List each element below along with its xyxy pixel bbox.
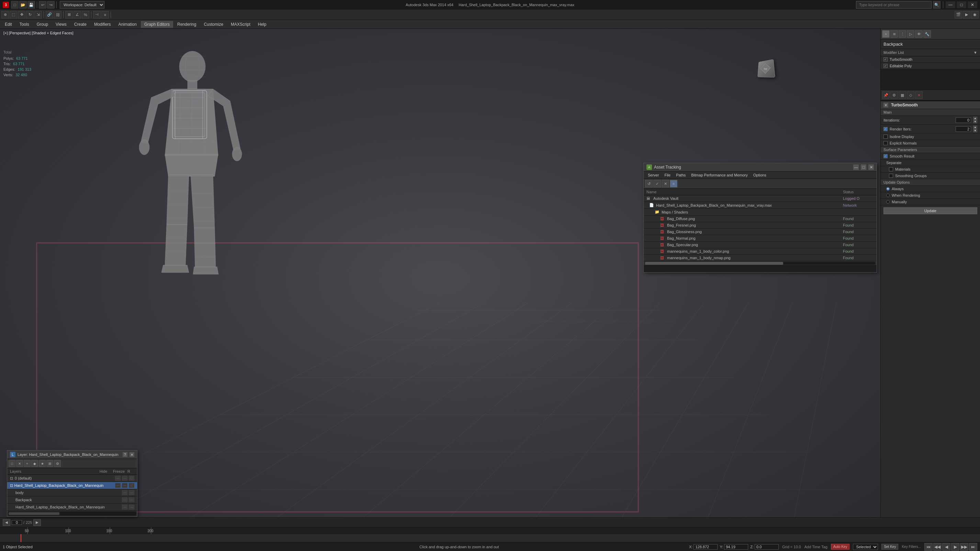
turbosm-header[interactable]: ▼ TurboSmooth	[881, 101, 980, 109]
riters-up-btn[interactable]: ▲	[973, 125, 977, 129]
key-mode-select[interactable]: Selected	[853, 544, 878, 550]
asset-close-btn[interactable]: ✕	[869, 164, 874, 170]
menu-animation[interactable]: Animation	[115, 21, 140, 28]
close-btn[interactable]: ✕	[967, 2, 977, 8]
menu-customize[interactable]: Customize	[200, 21, 227, 28]
percent-snap-btn[interactable]: %	[82, 11, 89, 19]
menu-tools[interactable]: Tools	[16, 21, 33, 28]
asset-row-diffuse[interactable]: 🖼 Bag_Diffuse.png Found	[644, 216, 877, 222]
asset-row-glossiness[interactable]: 🖼 Bag_Glossiness.png Found	[644, 229, 877, 235]
menu-group[interactable]: Group	[33, 21, 51, 28]
autokey-btn[interactable]: Auto Key	[831, 544, 850, 549]
update-button[interactable]: Update	[883, 207, 977, 214]
render-iters-check[interactable]: ✓	[883, 127, 888, 131]
smooth-result-check[interactable]: ✓	[883, 154, 888, 158]
layer-freeze-mannequin[interactable]: —	[129, 505, 134, 510]
render-setup-btn[interactable]: 🎬	[955, 11, 962, 19]
iter-up-btn[interactable]: ▲	[973, 117, 977, 120]
asset-row-body-color[interactable]: 🖼 mannequins_man_1_body_color.png Found	[644, 248, 877, 255]
setkey-btn[interactable]: Set Key	[881, 544, 898, 549]
layer-highlight-btn[interactable]: ★	[39, 460, 46, 467]
menu-views[interactable]: Views	[52, 21, 70, 28]
redo-btn[interactable]: ↪	[47, 1, 55, 9]
layer-props-btn[interactable]: ⚙	[54, 460, 61, 467]
layer-row-body[interactable]: body — —	[7, 489, 137, 496]
frame-fwd-btn[interactable]: ▶	[33, 519, 41, 526]
menu-modifiers[interactable]: Modifiers	[91, 21, 115, 28]
asset-min-btn[interactable]: —	[853, 164, 859, 170]
next-frame-btn[interactable]: ⏭	[969, 543, 977, 551]
asset-row-maps[interactable]: 📁 Maps / Shaders	[644, 209, 877, 216]
layer-hide-body[interactable]: —	[122, 490, 127, 495]
modifier-turbosm[interactable]: ✓ TurboSmooth	[881, 56, 980, 63]
layer-row-main[interactable]: ⊡ Hard_Shell_Laptop_Backpack_Black_on_Ma…	[7, 482, 137, 489]
make-unique-btn[interactable]: ◇	[907, 91, 915, 99]
add-time-tag[interactable]: Add Time Tag	[805, 545, 827, 549]
layer-freeze-backpack[interactable]: —	[129, 497, 134, 502]
asset-row-normal[interactable]: 🖼 Bag_Normal.png Found	[644, 235, 877, 242]
undo-btn[interactable]: ↩	[39, 1, 46, 9]
play-back-btn[interactable]: ◀	[942, 543, 950, 551]
asset-row-file[interactable]: 📄 Hard_Shell_Laptop_Backpack_Black_on_Ma…	[644, 202, 877, 209]
menu-help[interactable]: Help	[255, 21, 270, 28]
layer-add-sel-btn[interactable]: +	[24, 460, 30, 467]
iter-down-btn[interactable]: ▼	[973, 120, 977, 123]
asset-row-specular[interactable]: 🖼 Bag_Specular.png Found	[644, 242, 877, 248]
asset-menu-server[interactable]: Server	[645, 172, 662, 178]
menu-edit[interactable]: Edit	[2, 21, 16, 28]
layer-render-main[interactable]: ☑	[129, 483, 134, 488]
rp-modify-icon[interactable]: ≋	[890, 30, 898, 38]
iterations-input[interactable]	[956, 118, 971, 123]
modifier-list-dropdown[interactable]: ▼	[974, 51, 977, 55]
pin-modifier-btn[interactable]: 📌	[882, 91, 890, 99]
rp-motion-icon[interactable]: ▷	[907, 30, 915, 38]
move-btn[interactable]: ✥	[18, 11, 25, 19]
open-file-btn[interactable]: 📂	[19, 1, 27, 9]
modifier-edpoly[interactable]: ✓ Editable Poly	[881, 63, 980, 69]
workspace-dropdown[interactable]: Workspace: Default	[60, 1, 104, 9]
remove-modifier-btn[interactable]: ✕	[915, 91, 923, 99]
current-frame-input[interactable]	[12, 520, 22, 525]
layer-hide-0[interactable]: —	[115, 476, 121, 481]
asset-max-btn[interactable]: □	[861, 164, 866, 170]
angle-snap-btn[interactable]: ∠	[73, 11, 81, 19]
layer-scrollbar[interactable]	[8, 511, 136, 516]
smoothing-groups-check[interactable]	[889, 174, 893, 178]
select-region-btn[interactable]: ⬚	[10, 11, 17, 19]
play-btn[interactable]: ▶	[951, 543, 959, 551]
asset-row-fresnel[interactable]: 🖼 Bag_Fresnel.png Found	[644, 222, 877, 229]
minimize-btn[interactable]: —	[946, 2, 955, 8]
mirror-btn[interactable]: ⊣	[93, 11, 101, 19]
timeline-ruler[interactable]: 50 100 150 200	[0, 527, 980, 534]
asset-resolve-btn[interactable]: ✓	[653, 180, 661, 187]
active-shade-btn[interactable]: ◉	[971, 11, 978, 19]
asset-strip-btn[interactable]: ✕	[662, 180, 669, 187]
z-input[interactable]	[755, 544, 779, 549]
frame-back-btn[interactable]: ◀	[3, 519, 10, 526]
layer-select-btn[interactable]: ◆	[31, 460, 38, 467]
layer-hide-mannequin[interactable]: —	[122, 505, 127, 510]
y-input[interactable]	[724, 544, 748, 549]
unlink-btn[interactable]: ⛓	[54, 11, 62, 19]
layer-row-mannequin[interactable]: Hard_Shell_Laptop_Backpack_Black_on_Mann…	[7, 503, 137, 511]
menu-rendering[interactable]: Rendering	[174, 21, 200, 28]
search-btn[interactable]: 🔍	[933, 1, 940, 9]
key-filters-btn[interactable]: Key Filters...	[902, 545, 921, 549]
snap-btn[interactable]: ⊞	[65, 11, 73, 19]
riters-down-btn[interactable]: ▼	[973, 129, 977, 132]
menu-graph-editors[interactable]: Graph Editors	[141, 21, 173, 28]
layer-render-0[interactable]: ☐	[129, 476, 134, 481]
save-file-btn[interactable]: 💾	[27, 1, 35, 9]
asset-view-btn[interactable]: ≡	[670, 180, 678, 187]
asset-row-vault[interactable]: 🏛 Autodesk Vault Logged O	[644, 195, 877, 202]
viewport-label[interactable]: [+] [Perspective] [Shaded + Edged Faces]	[3, 31, 73, 35]
layer-help-btn[interactable]: ?	[123, 452, 127, 457]
x-input[interactable]	[694, 544, 718, 549]
new-file-btn[interactable]: □	[11, 1, 19, 9]
menu-create[interactable]: Create	[71, 21, 90, 28]
prev-frame-btn[interactable]: ⏮	[924, 543, 932, 551]
rp-create-icon[interactable]: +	[882, 30, 890, 38]
prev-key-btn[interactable]: ◀◀	[933, 543, 942, 551]
next-key-btn[interactable]: ▶▶	[960, 543, 968, 551]
timeline-content[interactable]	[0, 534, 980, 542]
